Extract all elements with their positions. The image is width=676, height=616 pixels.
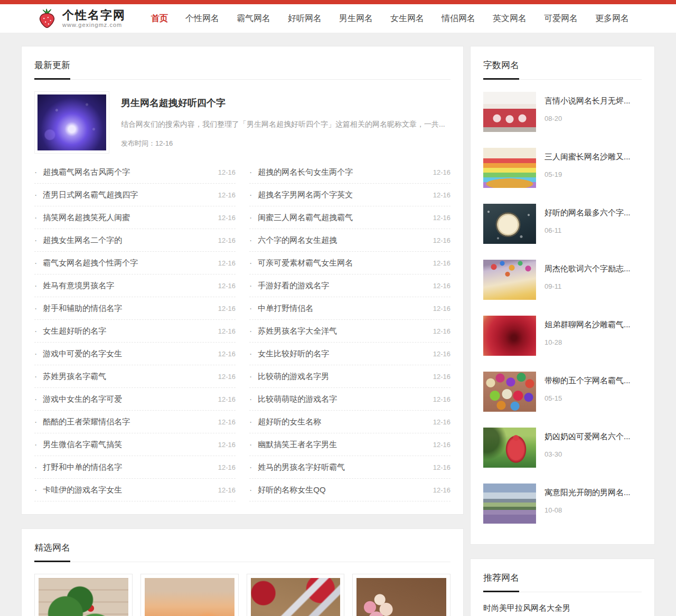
featured-article-pubtime: 发布时间：12-16 — [121, 139, 450, 148]
article-list-item[interactable]: 游戏中可爱的名字女生12-16 — [34, 343, 236, 365]
article-list-item[interactable]: 好听的名称女生QQ12-16 — [249, 479, 450, 501]
sidebar-article-item[interactable]: 奶凶奶凶可爱网名六个...03-30 — [483, 420, 642, 476]
nav-item-haoting[interactable]: 好听网名 — [288, 13, 322, 24]
article-title: 姓马的男孩名字好听霸气 — [258, 462, 427, 472]
article-title: 搞笑网名超拽笑死人闺蜜 — [43, 213, 212, 223]
section-header: 推荐网名 — [483, 572, 642, 592]
article-list-item[interactable]: 超拽的网名长句女生两个字12-16 — [249, 161, 450, 184]
site-logo[interactable]: 个性名字网 www.gexingmz.com — [36, 7, 126, 30]
article-list-item[interactable]: 酷酷的王者荣耀情侣名字12-16 — [34, 411, 236, 433]
article-list-item[interactable]: 超好听的女生名称12-16 — [249, 411, 450, 433]
nav-item-qinglv[interactable]: 情侣网名 — [442, 13, 475, 24]
article-thumbnail-cake — [483, 148, 536, 188]
sidebar-article-title: 带柳的五个字网名霸气... — [544, 376, 642, 386]
article-date: 12-16 — [433, 168, 450, 176]
site-name: 个性名字网 — [62, 9, 126, 22]
sidebar-article-date: 10-28 — [544, 338, 642, 346]
nav-item-nvsheng[interactable]: 女生网名 — [390, 13, 424, 24]
article-list-item[interactable]: 女生超好听的名字12-16 — [34, 320, 236, 343]
article-title: 可亲可爱素材霸气女生网名 — [258, 258, 427, 268]
nav-item-more[interactable]: 更多网名 — [595, 13, 629, 24]
article-date: 12-16 — [218, 168, 236, 176]
article-list-item[interactable]: 射手和辅助的情侣名字12-16 — [34, 297, 236, 320]
card-image-plants: 六个字的伤感爱情诗句网名 — [39, 578, 128, 616]
featured-article-title[interactable]: 男生网名超拽好听四个字 — [121, 97, 450, 109]
word-count-names-panel: 字数网名 言情小说网名长月无烬...08-20 三人闺蜜长网名沙雕又...05-… — [470, 46, 655, 545]
sidebar-article-date: 05-15 — [544, 394, 642, 402]
recommended-item[interactable]: 时尚美甲拉风网名大全男 — [483, 594, 642, 616]
sidebar-article-item[interactable]: 好听的网名最多六个字...06-11 — [483, 196, 642, 252]
sidebar-article-item[interactable]: 寓意阳光开朗的男网名...10-08 — [483, 476, 642, 532]
section-header: 最新更新 — [34, 59, 450, 80]
card-image-sunset: 带雾的五字情侣网名四个字 — [145, 578, 234, 616]
article-list-item[interactable]: 渣男日式网名霸气超拽四字12-16 — [34, 184, 236, 206]
article-list-item[interactable]: 苏姓男孩名字大全洋气12-16 — [249, 320, 450, 343]
article-list-item[interactable]: 比较萌萌哒的游戏名字12-16 — [249, 388, 450, 411]
article-list-columns: 超拽霸气网名古风两个字12-16 渣男日式网名霸气超拽四字12-16 搞笑网名超… — [34, 161, 450, 501]
article-title: 男生微信名字霸气搞笑 — [43, 440, 212, 450]
featured-name-card[interactable]: 中药名称霸气网名一个字发 — [352, 574, 450, 616]
nav-item-home[interactable]: 首页 — [151, 13, 168, 24]
article-title: 女生超好听的名字 — [43, 326, 212, 336]
top-accent-bar — [0, 0, 676, 4]
article-list-item[interactable]: 姓马有意境男孩名字12-16 — [34, 274, 236, 297]
sidebar-article-item[interactable]: 言情小说网名长月无烬...08-20 — [483, 84, 642, 140]
nav-item-nansheng[interactable]: 男生网名 — [339, 13, 373, 24]
article-date: 12-16 — [218, 463, 236, 471]
sidebar-article-item[interactable]: 姐弟群聊网名沙雕霸气...10-28 — [483, 308, 642, 364]
nav-item-keai[interactable]: 可爱网名 — [544, 13, 578, 24]
article-title: 苏姓男孩名字大全洋气 — [258, 326, 427, 336]
article-list-item[interactable]: 游戏中女生的名字可爱12-16 — [34, 388, 236, 411]
sidebar-article-item[interactable]: 周杰伦歌词六个字励志...09-11 — [483, 252, 642, 308]
article-list-item[interactable]: 比较萌的游戏名字男12-16 — [249, 365, 450, 388]
sidebar-article-item[interactable]: 带柳的五个字网名霸气...05-15 — [483, 364, 642, 420]
article-list-item[interactable]: 女生比较好听的名字12-16 — [249, 343, 450, 365]
sidebar-article-date: 10-08 — [544, 506, 642, 514]
article-list-item[interactable]: 闺蜜三人网名霸气超拽霸气12-16 — [249, 206, 450, 229]
article-list-item[interactable]: 可亲可爱素材霸气女生网名12-16 — [249, 252, 450, 274]
article-list-item[interactable]: 搞笑网名超拽笑死人闺蜜12-16 — [34, 206, 236, 229]
article-thumbnail-lantern — [483, 428, 536, 468]
site-header: 个性名字网 www.gexingmz.com 首页 个性网名 霸气网名 好听网名… — [0, 4, 676, 33]
latest-updates-panel: 最新更新 男生网名超拽好听四个字 结合网友们的搜索内容，我们整理了「男生网名超拽… — [21, 46, 464, 515]
featured-article-excerpt: 结合网友们的搜索内容，我们整理了「男生网名超拽好听四个字」这篇相关的网名昵称文章… — [121, 120, 450, 129]
article-date: 12-16 — [433, 327, 450, 335]
nav-item-gexing[interactable]: 个性网名 — [185, 13, 219, 24]
article-date: 12-16 — [218, 350, 236, 358]
article-list-item[interactable]: 姓马的男孩名字好听霸气12-16 — [249, 456, 450, 479]
sidebar-article-title: 言情小说网名长月无烬... — [544, 96, 642, 106]
article-date: 12-16 — [218, 236, 236, 244]
article-title: 超拽女生网名二个字的 — [43, 235, 212, 245]
sidebar-article-item[interactable]: 三人闺蜜长网名沙雕又...05-19 — [483, 140, 642, 196]
article-title: 女生比较好听的名字 — [258, 349, 427, 359]
article-title: 渣男日式网名霸气超拽四字 — [43, 190, 212, 200]
article-date: 12-16 — [218, 418, 236, 426]
article-title: 射手和辅助的情侣名字 — [43, 304, 212, 314]
article-date: 12-16 — [433, 282, 450, 290]
article-list-item[interactable]: 霸气女网名超拽个性两个字12-16 — [34, 252, 236, 274]
article-title: 姓马有意境男孩名字 — [43, 281, 212, 291]
featured-name-card[interactable]: 带雾的五字情侣网名四个字 — [140, 574, 239, 616]
article-date: 12-16 — [433, 486, 450, 494]
article-list-item[interactable]: 中单打野情侣名12-16 — [249, 297, 450, 320]
article-list-item[interactable]: 幽默搞笑王者名字男生12-16 — [249, 433, 450, 456]
featured-article[interactable]: 男生网名超拽好听四个字 结合网友们的搜索内容，我们整理了「男生网名超拽好听四个字… — [34, 80, 450, 157]
article-date: 12-16 — [433, 214, 450, 222]
article-list-item[interactable]: 超拽女生网名二个字的12-16 — [34, 229, 236, 252]
article-list-item[interactable]: 手游好看的游戏名字12-16 — [249, 274, 450, 297]
featured-name-card[interactable]: 六个字的伤感爱情诗句网名 — [34, 574, 133, 616]
article-list-item[interactable]: 苏姓男孩名字霸气12-16 — [34, 365, 236, 388]
article-list-item[interactable]: 打野和中单的情侣名字12-16 — [34, 456, 236, 479]
article-list-item[interactable]: 超拽霸气网名古风两个字12-16 — [34, 161, 236, 184]
featured-name-cards: 六个字的伤感爱情诗句网名 带雾的五字情侣网名四个字 爱情 英文的情侣网名简单又好… — [34, 562, 450, 616]
featured-name-card[interactable]: 爱情 英文的情侣网名简单又好记 — [247, 574, 345, 616]
recommended-names-panel: 推荐网名 时尚美甲拉风网名大全男 有军字的网名超拽霸气冷酷 姓赫的有趣网名男的两… — [470, 558, 655, 616]
nav-item-baqi[interactable]: 霸气网名 — [237, 13, 270, 24]
article-list-item[interactable]: 六个字的网名女生超拽12-16 — [249, 229, 450, 252]
article-title: 超拽霸气网名古风两个字 — [43, 167, 212, 177]
sidebar-article-title: 寓意阳光开朗的男网名... — [544, 488, 642, 498]
article-list-item[interactable]: 男生微信名字霸气搞笑12-16 — [34, 433, 236, 456]
article-list-item[interactable]: 超拽名字男网名两个字英文12-16 — [249, 184, 450, 206]
nav-item-yingwen[interactable]: 英文网名 — [493, 13, 527, 24]
article-list-item[interactable]: 卡哇伊的游戏名字女生12-16 — [34, 479, 236, 501]
